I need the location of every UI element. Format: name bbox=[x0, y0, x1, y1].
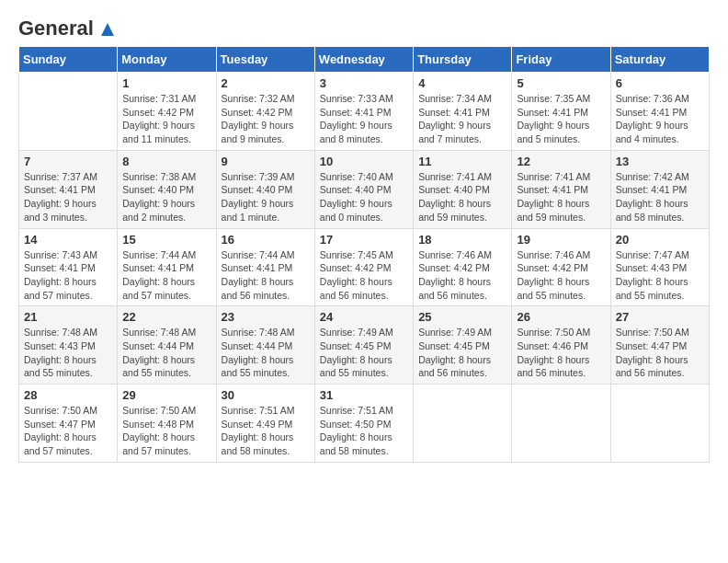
day-info: Sunrise: 7:48 AM Sunset: 4:44 PM Dayligh… bbox=[122, 326, 210, 380]
weekday-header-sunday: Sunday bbox=[19, 47, 118, 73]
day-info: Sunrise: 7:36 AM Sunset: 4:41 PM Dayligh… bbox=[616, 92, 704, 146]
calendar-week-row: 7Sunrise: 7:37 AM Sunset: 4:41 PM Daylig… bbox=[19, 150, 710, 228]
day-info: Sunrise: 7:35 AM Sunset: 4:41 PM Dayligh… bbox=[517, 92, 605, 146]
day-number: 17 bbox=[320, 233, 408, 247]
day-number: 29 bbox=[122, 388, 210, 402]
svg-marker-0 bbox=[101, 23, 114, 36]
day-info: Sunrise: 7:45 AM Sunset: 4:42 PM Dayligh… bbox=[320, 248, 408, 303]
day-number: 22 bbox=[122, 310, 210, 324]
calendar-cell: 5Sunrise: 7:35 AM Sunset: 4:41 PM Daylig… bbox=[512, 73, 610, 151]
calendar-cell: 19Sunrise: 7:46 AM Sunset: 4:42 PM Dayli… bbox=[512, 228, 610, 306]
weekday-header-tuesday: Tuesday bbox=[216, 47, 314, 73]
day-info: Sunrise: 7:50 AM Sunset: 4:47 PM Dayligh… bbox=[616, 326, 704, 380]
calendar-cell: 8Sunrise: 7:38 AM Sunset: 4:40 PM Daylig… bbox=[118, 150, 216, 228]
calendar-cell: 16Sunrise: 7:44 AM Sunset: 4:41 PM Dayli… bbox=[216, 228, 314, 306]
day-info: Sunrise: 7:46 AM Sunset: 4:42 PM Dayligh… bbox=[517, 248, 605, 303]
day-number: 18 bbox=[418, 233, 506, 247]
calendar-cell: 11Sunrise: 7:41 AM Sunset: 4:40 PM Dayli… bbox=[414, 150, 512, 228]
logo: General bbox=[18, 18, 114, 37]
weekday-header-monday: Monday bbox=[118, 47, 216, 73]
calendar-cell: 20Sunrise: 7:47 AM Sunset: 4:43 PM Dayli… bbox=[610, 228, 709, 306]
day-info: Sunrise: 7:41 AM Sunset: 4:40 PM Dayligh… bbox=[418, 170, 506, 224]
calendar-cell: 17Sunrise: 7:45 AM Sunset: 4:42 PM Dayli… bbox=[314, 228, 413, 306]
calendar-cell: 6Sunrise: 7:36 AM Sunset: 4:41 PM Daylig… bbox=[610, 73, 709, 151]
logo-triangle-icon bbox=[101, 23, 114, 36]
day-number: 14 bbox=[24, 233, 112, 247]
calendar-cell: 24Sunrise: 7:49 AM Sunset: 4:45 PM Dayli… bbox=[314, 306, 413, 385]
day-info: Sunrise: 7:41 AM Sunset: 4:41 PM Dayligh… bbox=[517, 170, 605, 224]
calendar-cell bbox=[19, 73, 118, 151]
day-number: 5 bbox=[517, 76, 605, 90]
calendar-cell: 15Sunrise: 7:44 AM Sunset: 4:41 PM Dayli… bbox=[118, 228, 216, 306]
day-number: 19 bbox=[517, 233, 605, 247]
calendar-cell: 31Sunrise: 7:51 AM Sunset: 4:50 PM Dayli… bbox=[314, 385, 413, 463]
day-number: 15 bbox=[122, 233, 210, 247]
day-number: 24 bbox=[320, 310, 408, 324]
day-info: Sunrise: 7:48 AM Sunset: 4:43 PM Dayligh… bbox=[24, 326, 112, 380]
calendar-cell: 7Sunrise: 7:37 AM Sunset: 4:41 PM Daylig… bbox=[19, 150, 118, 228]
weekday-header-wednesday: Wednesday bbox=[314, 47, 413, 73]
day-info: Sunrise: 7:49 AM Sunset: 4:45 PM Dayligh… bbox=[418, 326, 506, 380]
day-info: Sunrise: 7:46 AM Sunset: 4:42 PM Dayligh… bbox=[418, 248, 506, 303]
day-number: 20 bbox=[616, 233, 704, 247]
calendar-cell: 1Sunrise: 7:31 AM Sunset: 4:42 PM Daylig… bbox=[118, 73, 216, 151]
day-info: Sunrise: 7:42 AM Sunset: 4:41 PM Dayligh… bbox=[616, 170, 704, 224]
calendar-week-row: 1Sunrise: 7:31 AM Sunset: 4:42 PM Daylig… bbox=[19, 73, 710, 151]
day-number: 7 bbox=[24, 155, 112, 168]
calendar-cell: 2Sunrise: 7:32 AM Sunset: 4:42 PM Daylig… bbox=[216, 73, 314, 151]
calendar-cell: 28Sunrise: 7:50 AM Sunset: 4:47 PM Dayli… bbox=[19, 385, 118, 463]
calendar-cell: 30Sunrise: 7:51 AM Sunset: 4:49 PM Dayli… bbox=[216, 385, 314, 463]
day-info: Sunrise: 7:48 AM Sunset: 4:44 PM Dayligh… bbox=[222, 326, 310, 380]
calendar-cell: 13Sunrise: 7:42 AM Sunset: 4:41 PM Dayli… bbox=[610, 150, 709, 228]
day-number: 23 bbox=[222, 310, 310, 324]
day-info: Sunrise: 7:40 AM Sunset: 4:40 PM Dayligh… bbox=[320, 170, 408, 224]
day-info: Sunrise: 7:38 AM Sunset: 4:40 PM Dayligh… bbox=[122, 170, 210, 224]
day-number: 9 bbox=[222, 155, 310, 168]
day-info: Sunrise: 7:43 AM Sunset: 4:41 PM Dayligh… bbox=[24, 248, 112, 303]
calendar-cell: 9Sunrise: 7:39 AM Sunset: 4:40 PM Daylig… bbox=[216, 150, 314, 228]
calendar-cell: 3Sunrise: 7:33 AM Sunset: 4:41 PM Daylig… bbox=[314, 73, 413, 151]
calendar-cell: 26Sunrise: 7:50 AM Sunset: 4:46 PM Dayli… bbox=[512, 306, 610, 385]
day-info: Sunrise: 7:39 AM Sunset: 4:40 PM Dayligh… bbox=[222, 170, 310, 224]
calendar-cell bbox=[610, 385, 709, 463]
calendar-week-row: 28Sunrise: 7:50 AM Sunset: 4:47 PM Dayli… bbox=[19, 385, 710, 463]
page-header: General bbox=[18, 18, 710, 37]
calendar-cell: 18Sunrise: 7:46 AM Sunset: 4:42 PM Dayli… bbox=[414, 228, 512, 306]
day-number: 25 bbox=[418, 310, 506, 324]
day-number: 3 bbox=[320, 76, 408, 90]
calendar-cell: 12Sunrise: 7:41 AM Sunset: 4:41 PM Dayli… bbox=[512, 150, 610, 228]
calendar-cell: 22Sunrise: 7:48 AM Sunset: 4:44 PM Dayli… bbox=[118, 306, 216, 385]
day-number: 28 bbox=[24, 388, 112, 402]
calendar-table: SundayMondayTuesdayWednesdayThursdayFrid… bbox=[18, 46, 710, 463]
day-info: Sunrise: 7:37 AM Sunset: 4:41 PM Dayligh… bbox=[24, 170, 112, 224]
day-info: Sunrise: 7:44 AM Sunset: 4:41 PM Dayligh… bbox=[122, 248, 210, 303]
day-number: 1 bbox=[122, 76, 210, 90]
day-number: 4 bbox=[418, 76, 506, 90]
calendar-cell: 29Sunrise: 7:50 AM Sunset: 4:48 PM Dayli… bbox=[118, 385, 216, 463]
day-number: 16 bbox=[222, 233, 310, 247]
weekday-header-thursday: Thursday bbox=[414, 47, 512, 73]
calendar-cell: 23Sunrise: 7:48 AM Sunset: 4:44 PM Dayli… bbox=[216, 306, 314, 385]
day-info: Sunrise: 7:32 AM Sunset: 4:42 PM Dayligh… bbox=[222, 92, 310, 146]
day-info: Sunrise: 7:51 AM Sunset: 4:49 PM Dayligh… bbox=[222, 404, 310, 458]
day-info: Sunrise: 7:50 AM Sunset: 4:46 PM Dayligh… bbox=[517, 326, 605, 380]
day-number: 11 bbox=[418, 155, 506, 168]
calendar-cell: 14Sunrise: 7:43 AM Sunset: 4:41 PM Dayli… bbox=[19, 228, 118, 306]
logo-general: General bbox=[18, 17, 94, 40]
day-number: 27 bbox=[616, 310, 704, 324]
calendar-cell: 21Sunrise: 7:48 AM Sunset: 4:43 PM Dayli… bbox=[19, 306, 118, 385]
day-number: 10 bbox=[320, 155, 408, 168]
calendar-cell: 25Sunrise: 7:49 AM Sunset: 4:45 PM Dayli… bbox=[414, 306, 512, 385]
day-number: 26 bbox=[517, 310, 605, 324]
day-info: Sunrise: 7:51 AM Sunset: 4:50 PM Dayligh… bbox=[320, 404, 408, 458]
calendar-cell bbox=[512, 385, 610, 463]
calendar-cell: 4Sunrise: 7:34 AM Sunset: 4:41 PM Daylig… bbox=[414, 73, 512, 151]
day-info: Sunrise: 7:44 AM Sunset: 4:41 PM Dayligh… bbox=[222, 248, 310, 303]
day-number: 12 bbox=[517, 155, 605, 168]
day-info: Sunrise: 7:50 AM Sunset: 4:48 PM Dayligh… bbox=[122, 404, 210, 458]
calendar-week-row: 14Sunrise: 7:43 AM Sunset: 4:41 PM Dayli… bbox=[19, 228, 710, 306]
calendar-cell: 27Sunrise: 7:50 AM Sunset: 4:47 PM Dayli… bbox=[610, 306, 709, 385]
day-number: 30 bbox=[222, 388, 310, 402]
day-info: Sunrise: 7:34 AM Sunset: 4:41 PM Dayligh… bbox=[418, 92, 506, 146]
calendar-week-row: 21Sunrise: 7:48 AM Sunset: 4:43 PM Dayli… bbox=[19, 306, 710, 385]
